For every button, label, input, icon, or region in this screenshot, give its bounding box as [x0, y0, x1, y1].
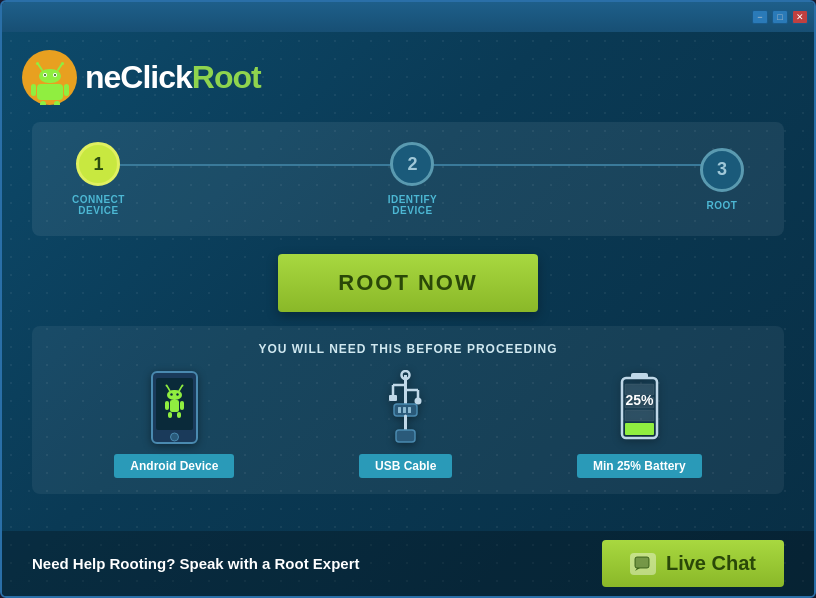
footer: Need Help Rooting? Speak with a Root Exp…	[2, 531, 814, 596]
logo: neClickRoot	[22, 50, 261, 105]
close-button[interactable]: ✕	[792, 10, 808, 24]
svg-rect-27	[168, 412, 172, 418]
main-content: neClickRoot 1 CONNECTDEVICE 2 IDENTIFYDE…	[2, 32, 814, 596]
svg-rect-26	[180, 401, 184, 410]
root-btn-container: ROOT NOW	[2, 254, 814, 312]
prereq-usb-cable: USB Cable	[359, 372, 452, 478]
svg-point-37	[415, 397, 422, 404]
svg-rect-51	[635, 557, 649, 568]
svg-rect-5	[39, 69, 61, 83]
prereq-battery: 25% Min 25% Battery	[577, 372, 702, 478]
usb-cable-label: USB Cable	[359, 454, 452, 478]
step-1-circle: 1	[76, 142, 120, 186]
logo-text: neClickRoot	[85, 59, 261, 96]
prereq-section: YOU WILL NEED THIS BEFORE PROCEEDING	[32, 326, 784, 494]
svg-rect-47	[625, 410, 654, 421]
prereq-title: YOU WILL NEED THIS BEFORE PROCEEDING	[52, 342, 764, 356]
app-window: − □ ✕	[0, 0, 816, 598]
step-3-circle: 3	[700, 148, 744, 192]
window-controls: − □ ✕	[752, 10, 808, 24]
step-1: 1 CONNECTDEVICE	[72, 142, 125, 216]
svg-rect-25	[170, 400, 179, 412]
prereq-items: Android Device	[52, 372, 764, 478]
svg-rect-10	[37, 84, 63, 100]
minimize-button[interactable]: −	[752, 10, 768, 24]
svg-rect-39	[398, 407, 401, 413]
svg-point-9	[54, 74, 56, 76]
android-device-icon	[147, 372, 202, 442]
svg-point-22	[170, 393, 172, 395]
svg-point-18	[165, 384, 167, 386]
usb-cable-icon	[378, 372, 433, 442]
title-bar: − □ ✕	[2, 2, 814, 32]
svg-point-20	[181, 384, 183, 386]
footer-help-text: Need Help Rooting? Speak with a Root Exp…	[32, 555, 360, 572]
step-2-circle: 2	[390, 142, 434, 186]
live-chat-button[interactable]: Live Chat	[602, 540, 784, 587]
svg-rect-12	[64, 84, 69, 96]
svg-point-23	[176, 393, 178, 395]
chat-icon	[630, 553, 656, 575]
step-3: 3 ROOT	[700, 148, 744, 211]
steps-section: 1 CONNECTDEVICE 2 IDENTIFYDEVICE 3 ROOT	[32, 122, 784, 236]
header: neClickRoot	[2, 32, 814, 122]
svg-text:25%: 25%	[625, 392, 654, 408]
prereq-android-device: Android Device	[114, 372, 234, 478]
svg-rect-41	[408, 407, 411, 413]
battery-level-icon: 25%	[612, 372, 667, 442]
logo-icon	[22, 50, 77, 105]
svg-rect-40	[403, 407, 406, 413]
android-device-label: Android Device	[114, 454, 234, 478]
svg-point-8	[44, 74, 46, 76]
svg-rect-11	[31, 84, 36, 96]
svg-rect-46	[625, 423, 654, 435]
svg-rect-28	[177, 412, 181, 418]
step-2-label: IDENTIFYDEVICE	[388, 194, 438, 216]
step-3-label: ROOT	[707, 200, 738, 211]
step-2: 2 IDENTIFYDEVICE	[388, 142, 438, 216]
root-now-button[interactable]: ROOT NOW	[278, 254, 537, 312]
steps-container: 1 CONNECTDEVICE 2 IDENTIFYDEVICE 3 ROOT	[72, 142, 744, 216]
svg-point-29	[170, 433, 178, 441]
step-1-label: CONNECTDEVICE	[72, 194, 125, 216]
svg-rect-34	[389, 395, 397, 401]
svg-point-2	[36, 62, 39, 65]
svg-rect-45	[631, 373, 648, 379]
live-chat-label: Live Chat	[666, 552, 756, 575]
battery-label: Min 25% Battery	[577, 454, 702, 478]
svg-rect-21	[167, 390, 182, 400]
svg-rect-24	[165, 401, 169, 410]
svg-rect-43	[396, 430, 415, 442]
svg-point-4	[61, 62, 64, 65]
maximize-button[interactable]: □	[772, 10, 788, 24]
